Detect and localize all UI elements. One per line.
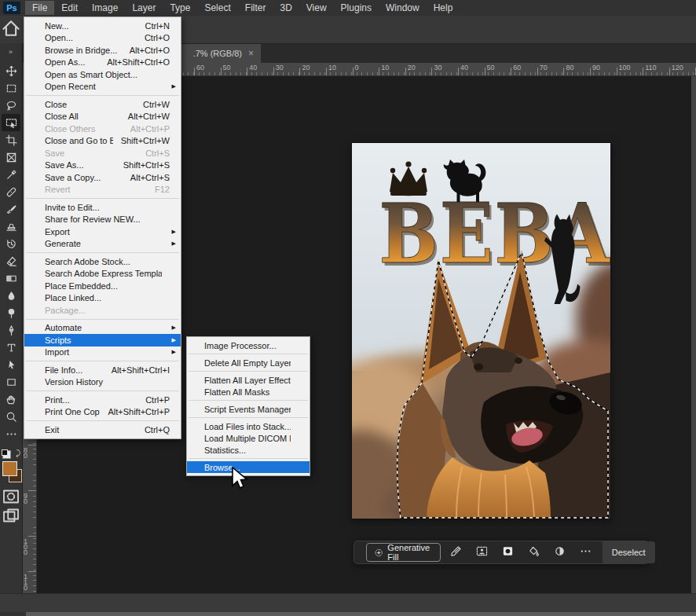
menu-item[interactable]: Save Ctrl+S ▶ <box>24 147 181 160</box>
menu-item[interactable]: Close and Go to Bridge... Shift+Ctrl+W ▶ <box>24 135 181 148</box>
menubar-item[interactable]: Layer <box>125 1 163 15</box>
gradient-tool[interactable] <box>2 270 20 287</box>
quick-mask-button[interactable] <box>2 488 20 505</box>
photoshop-window: Ps FileEditImageLayerTypeSelectFilter3DV… <box>0 0 696 616</box>
menu-item[interactable]: Script Events Manager... ▶ <box>187 403 310 415</box>
menu-item[interactable]: New... Ctrl+N ▶ <box>24 20 181 32</box>
menu-item[interactable]: Search Adobe Express Templates... ▶ <box>24 268 181 280</box>
menu-item[interactable]: Generate ▶ <box>24 238 181 251</box>
menubar-item[interactable]: Filter <box>238 1 273 15</box>
deselect-button[interactable]: Deselect <box>603 541 655 563</box>
menubar-item[interactable]: Edit <box>54 1 85 15</box>
menubar-item[interactable]: Window <box>379 1 427 15</box>
hand-tool[interactable] <box>2 390 20 408</box>
menubar-item[interactable]: View <box>299 1 334 15</box>
menu-item[interactable]: Open Recent ▶ <box>24 81 181 94</box>
close-icon[interactable]: × <box>248 48 254 59</box>
toolbar-expand-icon[interactable]: » <box>9 48 13 56</box>
menu-item[interactable]: Load Multiple DICOM Files... ▶ <box>187 432 310 444</box>
document-image[interactable]: BEBA BEBA <box>352 143 610 519</box>
menu-item[interactable]: Image Processor... ▶ <box>187 339 310 351</box>
lasso-tool[interactable] <box>2 97 20 114</box>
menu-item[interactable]: Close Others Alt+Ctrl+P ▶ <box>24 123 181 135</box>
horizontal-scrollbar[interactable] <box>26 612 696 616</box>
menu-item[interactable]: Print... Ctrl+P ▶ <box>24 394 181 406</box>
menu-item[interactable]: Version History ▶ <box>24 376 181 389</box>
menu-item[interactable]: Flatten All Layer Effects ▶ <box>187 374 310 386</box>
move-icon <box>5 65 17 77</box>
fill-icon[interactable] <box>524 544 544 561</box>
ruler-tick <box>405 68 406 75</box>
menu-item[interactable]: Close All Alt+Ctrl+W ▶ <box>24 111 181 123</box>
menubar-item[interactable]: Select <box>197 1 237 15</box>
select-subject-icon[interactable] <box>472 544 493 561</box>
ruler-label: 110 <box>24 574 30 591</box>
menu-item[interactable]: Browse in Bridge... Alt+Ctrl+O ▶ <box>24 44 181 57</box>
ruler-label: 90 <box>592 64 600 72</box>
menu-item[interactable]: Import ▶ <box>24 346 181 359</box>
menubar-item[interactable]: File <box>25 1 54 15</box>
clone-stamp-tool[interactable] <box>2 218 20 235</box>
zoom-tool[interactable] <box>2 408 20 425</box>
brush-tool[interactable] <box>2 200 20 218</box>
menu-item[interactable]: Automate ▶ <box>24 322 181 335</box>
edit-brush-icon[interactable] <box>446 544 467 561</box>
marquee-tool[interactable] <box>2 79 20 97</box>
menu-item[interactable]: Invite to Edit... ▶ <box>24 201 181 214</box>
menu-item[interactable]: Revert F12 ▶ <box>24 184 181 196</box>
eyedropper-tool[interactable] <box>2 166 20 183</box>
frame-tool[interactable] <box>2 148 20 166</box>
menu-item[interactable]: Place Linked... ▶ <box>24 292 181 305</box>
edit-toolbar-button[interactable] <box>2 425 20 442</box>
move-tool[interactable] <box>2 62 20 79</box>
crop-tool[interactable] <box>2 131 20 148</box>
menu-item[interactable]: Open As... Alt+Shift+Ctrl+O ▶ <box>24 57 181 69</box>
default-colors-icon[interactable] <box>2 450 11 459</box>
foreground-color-swatch[interactable] <box>2 461 17 476</box>
menu-item[interactable]: Open as Smart Object... ▶ <box>24 68 181 81</box>
object-selection-tool[interactable] <box>2 114 20 131</box>
eraser-tool[interactable] <box>2 252 20 270</box>
generative-fill-button[interactable]: Generative Fill <box>366 543 441 562</box>
more-options-icon[interactable] <box>576 544 596 561</box>
menu-item[interactable]: Open... Ctrl+O ▶ <box>24 32 181 45</box>
menu-item[interactable]: Scripts ▶ <box>24 334 181 346</box>
menu-item[interactable]: Search Adobe Stock... ▶ <box>24 255 181 268</box>
marquee-icon <box>5 82 17 94</box>
menu-item[interactable]: Statistics... ▶ <box>187 444 310 456</box>
menu-item[interactable]: Place Embedded... ▶ <box>24 280 181 292</box>
healing-brush-tool[interactable] <box>2 183 20 200</box>
menu-item[interactable]: Save a Copy... Alt+Ctrl+S ▶ <box>24 171 181 184</box>
menubar-item[interactable]: Help <box>427 1 460 15</box>
ruler-tick <box>221 68 222 75</box>
screen-mode-button[interactable] <box>2 507 20 524</box>
menu-item[interactable]: Print One Copy Alt+Shift+Ctrl+P ▶ <box>24 406 181 419</box>
menu-item[interactable]: Load Files into Stack... ▶ <box>187 420 310 432</box>
dodge-tool[interactable] <box>2 304 20 321</box>
shape-tool[interactable] <box>2 373 20 390</box>
menu-item[interactable]: Flatten All Masks ▶ <box>187 386 310 398</box>
menubar-item[interactable]: Plugins <box>334 1 379 15</box>
history-brush-tool[interactable] <box>2 235 20 252</box>
blur-tool[interactable] <box>2 287 20 304</box>
menu-item[interactable]: Export ▶ <box>24 226 181 238</box>
menu-item[interactable]: Share for Review NEW... ▶ <box>24 214 181 226</box>
menu-item[interactable]: Close Ctrl+W ▶ <box>24 98 181 111</box>
type-tool[interactable] <box>2 339 20 356</box>
menu-item[interactable]: Package... ▶ <box>24 304 181 317</box>
menu-item[interactable]: Browse... ▶ <box>187 461 310 473</box>
vertical-scrollbar[interactable] <box>691 75 696 593</box>
adjustment-icon[interactable] <box>550 544 570 561</box>
menu-item[interactable]: File Info... Alt+Shift+Ctrl+I ▶ <box>24 364 181 376</box>
menu-item[interactable]: Save As... Shift+Ctrl+S ▶ <box>24 160 181 172</box>
swap-colors-icon[interactable]: ⤸ <box>16 449 20 458</box>
pen-tool[interactable] <box>2 321 20 339</box>
path-selection-tool[interactable] <box>2 356 20 373</box>
home-button[interactable] <box>0 16 22 43</box>
add-mask-icon[interactable] <box>498 544 518 561</box>
menubar-item[interactable]: Type <box>163 1 197 15</box>
menu-item[interactable]: Exit Ctrl+Q ▶ <box>24 424 181 436</box>
menubar-item[interactable]: 3D <box>273 1 299 15</box>
menubar-item[interactable]: Image <box>85 1 125 15</box>
menu-item[interactable]: Delete All Empty Layers ▶ <box>187 357 310 368</box>
